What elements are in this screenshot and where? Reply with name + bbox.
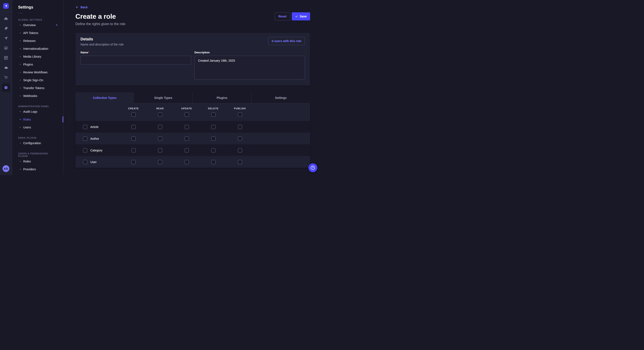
sidebar-item-providers[interactable]: Providers xyxy=(12,165,63,173)
page-subtitle: Define the rights given to the role xyxy=(76,22,310,26)
sidebar-item-audit-logs[interactable]: Audit Logs xyxy=(12,108,63,116)
sidebar-item-label: Plugins xyxy=(23,63,33,66)
tab-settings[interactable]: Settings xyxy=(251,92,310,103)
help-button[interactable]: ? xyxy=(308,163,317,172)
strapi-logo-icon[interactable] xyxy=(3,3,9,9)
permission-row-article: Article xyxy=(76,121,310,133)
bullet-icon xyxy=(20,88,21,88)
select-all-create-checkbox[interactable] xyxy=(132,113,136,117)
category-delete-checkbox[interactable] xyxy=(211,148,216,153)
permissions-section: Collection TypesSingle TypesPluginsSetti… xyxy=(76,92,310,168)
select-all-read-checkbox[interactable] xyxy=(158,113,162,117)
sidebar-item-internationalization[interactable]: Internationalization xyxy=(12,45,63,52)
tab-plugins[interactable]: Plugins xyxy=(192,92,251,103)
tab-collection-types[interactable]: Collection Types xyxy=(76,92,134,103)
bullet-icon xyxy=(20,40,21,41)
sidebar-item-roles[interactable]: Roles xyxy=(12,157,63,165)
sidebar-item-overview[interactable]: Overview xyxy=(12,21,63,29)
bullet-icon xyxy=(20,127,21,128)
author-delete-checkbox[interactable] xyxy=(211,137,216,141)
sidebar-item-label: Transfer Tokens xyxy=(23,86,44,90)
user-delete-checkbox[interactable] xyxy=(211,160,216,164)
sidebar-item-label: Audit Logs xyxy=(23,110,37,113)
author-read-checkbox[interactable] xyxy=(158,137,162,141)
save-button[interactable]: Save xyxy=(292,12,310,20)
category-publish-checkbox[interactable] xyxy=(238,148,242,153)
title-row: Create a role Reset Save xyxy=(76,12,310,20)
sidebar-item-media-library[interactable]: Media Library xyxy=(12,52,63,60)
section-label: EMAIL PLUGIN xyxy=(12,137,63,139)
sidebar-item-label: API Tokens xyxy=(23,31,38,35)
select-all-update-checkbox[interactable] xyxy=(185,113,189,117)
rail-item-layout-icon[interactable] xyxy=(2,54,10,62)
section-label: ADMINISTRATION PANEL xyxy=(12,105,63,108)
sidebar-item-label: Overview xyxy=(23,23,36,27)
category-create-checkbox[interactable] xyxy=(132,148,136,153)
sidebar-item-plugins[interactable]: Plugins xyxy=(12,60,63,68)
select-all-publish-checkbox[interactable] xyxy=(238,113,242,117)
category-read-checkbox[interactable] xyxy=(158,148,162,153)
author-create-checkbox[interactable] xyxy=(132,137,136,141)
bullet-icon xyxy=(20,80,21,81)
article-delete-checkbox[interactable] xyxy=(211,125,216,129)
rail-item-media-library-icon[interactable] xyxy=(2,44,10,52)
column-header-create: CREATE xyxy=(120,107,147,110)
user-read-checkbox[interactable] xyxy=(158,160,162,164)
row-select-article-checkbox[interactable] xyxy=(83,125,87,129)
sidebar-item-webhooks[interactable]: Webhooks xyxy=(12,92,63,100)
rail-item-gear-icon[interactable] xyxy=(2,83,10,92)
users-with-role-button[interactable]: 0 users with this role xyxy=(268,37,305,45)
sidebar-item-label: Internationalization xyxy=(23,47,48,50)
row-select-category-checkbox[interactable] xyxy=(83,148,87,153)
rail-item-send-icon[interactable] xyxy=(2,34,10,42)
sidebar-item-transfer-tokens[interactable]: Transfer Tokens xyxy=(12,84,63,92)
help-icon: ? xyxy=(311,166,315,170)
sidebar-item-label: Providers xyxy=(23,168,36,171)
article-read-checkbox[interactable] xyxy=(158,125,162,129)
user-avatar[interactable]: KD xyxy=(2,165,9,172)
user-create-checkbox[interactable] xyxy=(132,160,136,164)
sidebar-item-review-workflows[interactable]: Review Workflows xyxy=(12,68,63,76)
description-textarea[interactable]: Created January 16th, 2025 xyxy=(194,56,305,80)
sidebar-item-releases[interactable]: Releases xyxy=(12,37,63,45)
sidebar-item-api-tokens[interactable]: API Tokens xyxy=(12,29,63,37)
row-label: Author xyxy=(90,137,99,140)
rail-item-cart-icon[interactable] xyxy=(2,74,10,81)
name-label: Name* xyxy=(80,51,191,54)
article-publish-checkbox[interactable] xyxy=(238,125,242,129)
save-label: Save xyxy=(300,15,307,18)
sidebar-item-label: Single Sign-On xyxy=(23,78,43,82)
name-input[interactable] xyxy=(80,56,191,65)
row-select-user-checkbox[interactable] xyxy=(83,160,87,164)
required-asterisk: * xyxy=(88,51,89,54)
rail-item-feather-icon[interactable] xyxy=(2,25,10,32)
name-field-group: Name* xyxy=(80,51,191,80)
sidebar-item-roles[interactable]: Roles xyxy=(12,116,63,123)
user-publish-checkbox[interactable] xyxy=(238,160,242,164)
details-subtitle: Name and description of the role xyxy=(80,43,124,46)
tab-single-types[interactable]: Single Types xyxy=(134,92,192,103)
active-indicator xyxy=(62,116,63,123)
permissions-table-header: CREATEREADUPDATEDELETEPUBLISH xyxy=(76,103,310,121)
user-update-checkbox[interactable] xyxy=(185,160,189,164)
article-create-checkbox[interactable] xyxy=(132,125,136,129)
sidebar-item-single-sign-on[interactable]: Single Sign-On xyxy=(12,76,63,84)
author-update-checkbox[interactable] xyxy=(185,137,189,141)
sidebar-item-configuration[interactable]: Configuration xyxy=(12,139,63,147)
category-update-checkbox[interactable] xyxy=(185,148,189,153)
rail-item-cloud-icon[interactable] xyxy=(2,64,10,71)
rail-item-home-icon[interactable] xyxy=(2,15,10,22)
description-field-group: Description Created January 16th, 2025 xyxy=(194,51,305,80)
check-icon xyxy=(295,15,298,18)
row-select-author-checkbox[interactable] xyxy=(83,137,87,141)
header-actions: Reset Save xyxy=(275,12,310,20)
section-label: GLOBAL SETTINGS xyxy=(12,18,63,21)
sidebar-item-label: Roles xyxy=(23,160,31,163)
author-publish-checkbox[interactable] xyxy=(238,137,242,141)
select-all-delete-checkbox[interactable] xyxy=(211,113,216,117)
article-update-checkbox[interactable] xyxy=(185,125,189,129)
bullet-icon xyxy=(20,143,21,144)
reset-button[interactable]: Reset xyxy=(275,12,290,20)
back-link[interactable]: Back xyxy=(76,5,88,9)
sidebar-item-users[interactable]: Users xyxy=(12,123,63,131)
